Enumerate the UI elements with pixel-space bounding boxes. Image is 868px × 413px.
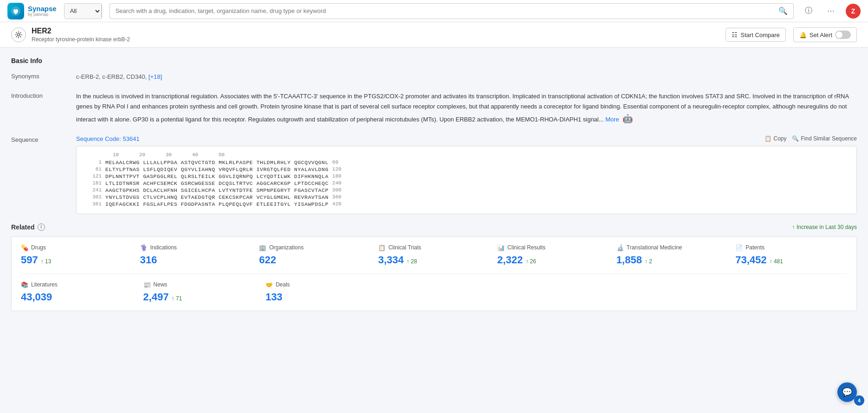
find-label: Find Similar Sequence	[801, 135, 857, 142]
filter-select[interactable]: All	[64, 4, 102, 19]
related-header: Related i ↑ Increase in Last 30 days	[11, 223, 857, 231]
sequence-actions: 📋 Copy 🔍 Find Similar Sequence	[765, 135, 857, 142]
compare-label: Start Compare	[740, 32, 780, 38]
introduction-label: Introduction	[11, 91, 76, 126]
entity-title: HER2	[32, 27, 130, 35]
news-label: News	[154, 281, 167, 288]
svg-point-1	[18, 34, 20, 36]
ruler-30: 30	[155, 152, 182, 158]
user-avatar[interactable]: Z	[846, 4, 861, 19]
deals-icon: 🤝	[265, 281, 273, 288]
related-info-icon[interactable]: i	[38, 223, 45, 231]
related-grid-row2: 📚 Literatures 43,039 📰 News 2,497 ↑ 71	[21, 273, 847, 303]
related-card-drugs[interactable]: 💊 Drugs 597 ↑ 13	[21, 244, 133, 266]
alert-button[interactable]: 🔔 Set Alert	[793, 27, 857, 42]
news-count: 2,497	[143, 291, 169, 303]
logo[interactable]: Synapse by patsnap	[7, 3, 57, 19]
seq-line-7: 361 IQEFAGCKKI FGSLAFLPES FDGDPASNTA PLQ…	[84, 201, 849, 207]
synonyms-more-link[interactable]: [+18]	[148, 73, 162, 80]
introduction-value: In the nucleus is involved in transcript…	[76, 91, 857, 126]
translational-icon: 🔬	[617, 244, 624, 251]
literatures-label: Literatures	[31, 281, 58, 288]
clinical-trials-increase: ↑ 28	[406, 258, 417, 265]
drugs-count: 597	[21, 254, 38, 266]
translational-count: 1,858	[617, 254, 642, 266]
related-card-clinical-trials[interactable]: 📋 Clinical Trials 3,334 ↑ 28	[378, 244, 490, 266]
seq-line-6: 301 YNYLSTDVGS CTLVCPLHNQ EVTAEDGTQR CEK…	[84, 194, 849, 200]
drugs-label: Drugs	[31, 244, 46, 251]
alert-icon: 🔔	[799, 32, 807, 38]
related-card-deals[interactable]: 🤝 Deals 133	[265, 281, 380, 303]
patents-increase: ↑ 481	[770, 258, 783, 265]
help-icon[interactable]: ⓘ	[801, 4, 816, 19]
literatures-count: 43,039	[21, 291, 52, 303]
related-card-patents[interactable]: 📄 Patents 73,452 ↑ 481	[735, 244, 847, 266]
compare-button[interactable]: ☷ Start Compare	[726, 28, 786, 42]
ruler-20: 20	[129, 152, 155, 158]
translational-label: Translational Medicine	[627, 244, 682, 251]
increase-text: ↑ Increase in Last 30 days	[792, 224, 857, 230]
search-icon[interactable]: 🔍	[778, 6, 788, 15]
alert-label: Set Alert	[810, 32, 832, 38]
alert-toggle[interactable]	[835, 31, 851, 39]
header: Synapse by patsnap All 🔍 ⓘ ⋯ Z	[0, 0, 868, 22]
drugs-increase: ↑ 13	[41, 258, 51, 265]
organizations-label: Organizations	[269, 244, 303, 251]
search-bar: 🔍	[109, 3, 794, 19]
related-card-organizations[interactable]: 🏢 Organizations 622	[259, 244, 371, 266]
related-card-clinical-results[interactable]: 📊 Clinical Results 2,322 ↑ 26	[497, 244, 609, 266]
synonyms-text: c-ERB-2, c-ERB2, CD340,	[76, 73, 147, 80]
seq-line-3: 121 DPLNNTTPVT GASPGGLREL QLRSLTEILK GGV…	[84, 173, 849, 179]
introduction-text: In the nucleus is involved in transcript…	[76, 93, 849, 123]
ruler-10: 10	[103, 152, 129, 158]
arrow-up-icon: ↑	[792, 224, 795, 230]
entity-settings-icon[interactable]	[11, 27, 26, 42]
header-icons: ⓘ ⋯ Z	[801, 4, 861, 19]
related-card-translational[interactable]: 🔬 Translational Medicine 1,858 ↑ 2	[617, 244, 728, 266]
related-card-literatures[interactable]: 📚 Literatures 43,039	[21, 281, 136, 303]
find-icon: 🔍	[792, 135, 799, 142]
compare-icon: ☷	[732, 31, 738, 38]
ai-icon[interactable]: 🤖	[623, 114, 633, 123]
synonyms-label: Synonyms	[11, 72, 76, 82]
sequence-box[interactable]: 10 20 30 40 50 1 MELAALCRWG LLLALLPPGA A…	[76, 146, 857, 214]
news-icon: 📰	[143, 281, 151, 288]
clinical-trials-label: Clinical Trials	[388, 244, 421, 251]
related-grid-row1: 💊 Drugs 597 ↑ 13 ⚕️ Indications 316	[21, 244, 847, 266]
increase-label: Increase in Last 30 days	[797, 224, 857, 230]
clinical-trials-icon: 📋	[378, 244, 386, 251]
patents-count: 73,452	[735, 254, 766, 266]
introduction-row: Introduction In the nucleus is involved …	[11, 91, 857, 126]
find-similar-button[interactable]: 🔍 Find Similar Sequence	[792, 135, 857, 142]
sequence-row: Sequence Sequence Code: 53641 📋 Copy 🔍 F…	[11, 135, 857, 214]
seq-line-5: 241 AAGCTGPKHS DCLACLHFNH SGICELHCPA LVT…	[84, 187, 849, 193]
grid-icon[interactable]: ⋯	[823, 4, 838, 19]
logo-text: Synapse	[28, 5, 57, 12]
seq-ruler: 10 20 30 40 50	[103, 152, 849, 158]
clinical-results-count: 2,322	[497, 254, 523, 266]
entity-bar: HER2 Receptor tyrosine-protein kinase er…	[0, 22, 868, 48]
clinical-results-label: Clinical Results	[508, 244, 546, 251]
search-filter-dropdown[interactable]: All	[64, 3, 102, 19]
logo-icon	[7, 3, 24, 19]
indications-label: Indications	[150, 244, 177, 251]
related-title-text: Related	[11, 223, 35, 231]
patents-icon: 📄	[735, 244, 743, 251]
related-cards-wrapper: 💊 Drugs 597 ↑ 13 ⚕️ Indications 316	[11, 236, 857, 311]
basic-info-title: Basic Info	[11, 57, 857, 64]
search-input[interactable]	[116, 7, 778, 14]
more-link[interactable]: More	[605, 116, 619, 123]
translational-increase: ↑ 2	[645, 258, 652, 265]
indications-icon: ⚕️	[140, 244, 148, 251]
clinical-trials-count: 3,334	[378, 254, 404, 266]
copy-button[interactable]: 📋 Copy	[765, 135, 786, 142]
related-card-indications[interactable]: ⚕️ Indications 316	[140, 244, 252, 266]
ruler-40: 40	[182, 152, 208, 158]
related-card-news[interactable]: 📰 News 2,497 ↑ 71	[143, 281, 258, 303]
entity-subtitle: Receptor tyrosine-protein kinase erbB-2	[32, 36, 130, 43]
indications-count: 316	[140, 254, 157, 266]
drugs-icon: 💊	[21, 244, 28, 251]
sequence-code-link[interactable]: Sequence Code: 53641	[76, 135, 140, 142]
clinical-results-icon: 📊	[497, 244, 505, 251]
seq-line-2: 61 ELTYLPTNAS LSFLQDIQEV QGYVLIAHNQ VRQV…	[84, 166, 849, 172]
